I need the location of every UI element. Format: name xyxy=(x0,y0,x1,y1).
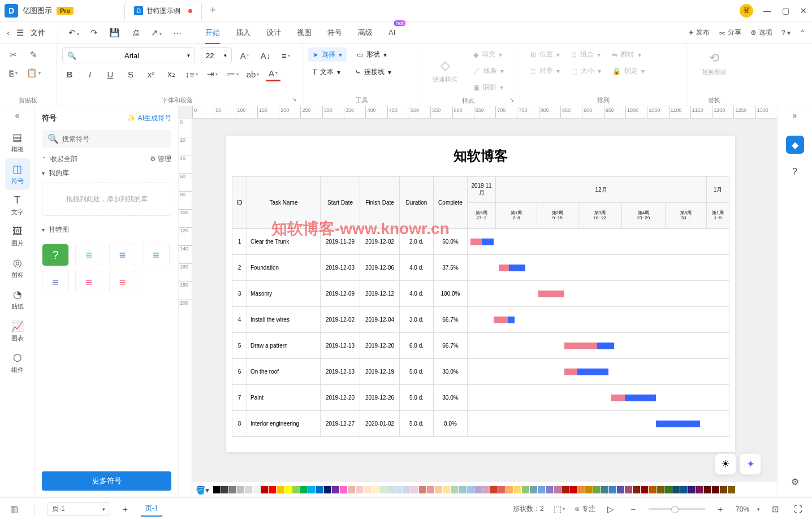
fit-page-icon[interactable]: ⊡ xyxy=(768,502,783,517)
page[interactable]: 知软博客 知软博客-www.knowr.cn IDTask NameStart … xyxy=(226,136,735,452)
color-swatch[interactable] xyxy=(356,486,363,493)
ai-float-button[interactable]: ✦ xyxy=(740,453,761,475)
more-symbols-button[interactable]: 更多符号 xyxy=(42,471,171,491)
main-tab-设计[interactable]: 设计 xyxy=(266,21,281,44)
collapse-ribbon-icon[interactable]: ⌃ xyxy=(800,29,805,37)
main-tab-高级[interactable]: 高级 xyxy=(358,21,373,44)
rail-chart[interactable]: 📈图表 xyxy=(5,315,30,347)
manage-button[interactable]: ⚙ 管理 xyxy=(150,154,171,164)
color-swatch[interactable] xyxy=(221,486,228,493)
gantt-chart[interactable]: IDTask NameStart DateFinish DateDuration… xyxy=(232,176,729,437)
color-swatch[interactable] xyxy=(577,486,585,493)
color-swatch[interactable] xyxy=(284,486,292,493)
text-tool[interactable]: T 文本 ▾ xyxy=(308,65,345,79)
help-pane-icon[interactable]: ? xyxy=(786,163,804,181)
symbol-search-input[interactable] xyxy=(62,135,166,143)
strike-button[interactable]: S xyxy=(123,67,138,81)
color-swatch[interactable] xyxy=(213,486,221,493)
gantt-row[interactable]: 7Paint2019-12-202019-12-265.0 d.30.0% xyxy=(232,385,729,411)
color-swatch[interactable] xyxy=(245,486,252,493)
color-swatch[interactable] xyxy=(546,486,553,493)
flip-button[interactable]: ⇋ 翻转 ▾ xyxy=(607,47,646,62)
gantt-row[interactable]: 5Draw a pattern2019-12-132019-12-206.0 d… xyxy=(232,333,729,359)
gantt-row[interactable]: 6On the roof2019-12-132019-12-195.0 d.30… xyxy=(232,359,729,385)
subscript-button[interactable]: x₂ xyxy=(164,67,179,81)
color-swatch[interactable] xyxy=(395,486,403,493)
list-button[interactable]: ≔ xyxy=(225,67,240,81)
symbol-item[interactable]: ≡ xyxy=(42,271,69,293)
export-button[interactable]: ↗ xyxy=(151,28,162,38)
color-swatch[interactable] xyxy=(656,486,664,493)
lock-button[interactable]: 🔒 锁定 ▾ xyxy=(608,64,649,78)
color-swatch[interactable] xyxy=(720,486,727,493)
color-swatch[interactable] xyxy=(538,486,545,493)
color-swatch[interactable] xyxy=(474,486,482,493)
color-swatch[interactable] xyxy=(522,486,529,493)
library-dropzone[interactable]: 拖拽到此处，添加到我的库 xyxy=(42,183,171,216)
replace-shape-button[interactable]: ⟲替换形状 xyxy=(693,47,735,80)
minimize-button[interactable]: — xyxy=(763,6,771,15)
symbol-item[interactable]: ? xyxy=(42,244,69,266)
my-library-section[interactable]: ▾ 我的库 xyxy=(42,168,171,178)
italic-button[interactable]: I xyxy=(83,67,97,81)
add-tab-button[interactable]: + xyxy=(210,5,216,16)
copy-button[interactable]: ⎘ xyxy=(6,66,20,80)
color-swatch[interactable] xyxy=(253,486,260,493)
gantt-row[interactable]: 4Install the wires2019-12-022019-12-043.… xyxy=(232,307,729,333)
rail-symbol[interactable]: ◫符号 xyxy=(5,158,30,190)
cut-button[interactable]: ✂ xyxy=(6,47,20,62)
layers-icon[interactable]: ⬚ xyxy=(552,502,567,517)
indent-button[interactable]: ⇥ xyxy=(205,67,219,81)
color-swatch[interactable] xyxy=(649,486,656,493)
maximize-button[interactable]: ▢ xyxy=(781,6,789,15)
color-swatch[interactable] xyxy=(688,486,696,493)
print-button[interactable]: 🖨 xyxy=(131,28,140,37)
page-tab[interactable]: 页-1 xyxy=(141,501,163,517)
main-tab-插入[interactable]: 插入 xyxy=(236,21,250,44)
color-swatch[interactable] xyxy=(569,486,577,493)
color-swatch[interactable] xyxy=(372,486,379,493)
fill-button[interactable]: ◆ 填充 ▾ xyxy=(469,47,508,62)
color-swatch[interactable] xyxy=(340,486,347,493)
light-mode-button[interactable]: ☀ xyxy=(715,453,736,475)
paint-bucket-icon[interactable]: 🪣▾ xyxy=(196,486,209,495)
undo-button[interactable]: ↶ xyxy=(68,28,79,38)
gantt-row[interactable]: 3Masonry2019-12-092019-12-124.0 d.100.0% xyxy=(232,281,729,307)
gantt-row[interactable]: 1Clear the Trunk2019-11-292019-12-022.0 … xyxy=(232,229,729,255)
page-selector[interactable]: 页-1 ▾ xyxy=(47,502,110,515)
color-swatch[interactable] xyxy=(435,486,442,493)
color-swatch[interactable] xyxy=(348,486,355,493)
color-swatch[interactable] xyxy=(459,486,466,493)
color-swatch[interactable] xyxy=(482,486,490,493)
color-swatch[interactable] xyxy=(633,486,640,493)
main-tab-AI[interactable]: AIhot xyxy=(388,21,395,44)
focus-button[interactable]: ⊙ 专注 xyxy=(575,504,595,514)
login-badge[interactable]: 登 xyxy=(740,4,753,18)
symbol-item[interactable]: ≡ xyxy=(75,271,102,293)
file-menu[interactable]: 文件 xyxy=(31,28,45,38)
close-button[interactable]: ✕ xyxy=(800,6,807,15)
select-tool[interactable]: ➤ 选择 ▾ xyxy=(308,47,347,62)
color-swatch[interactable] xyxy=(514,486,521,493)
color-swatch[interactable] xyxy=(308,486,316,493)
color-swatch[interactable] xyxy=(506,486,513,493)
color-swatch[interactable] xyxy=(300,486,308,493)
rail-icon[interactable]: ◎图标 xyxy=(5,252,30,284)
canvas[interactable]: 知软博客 知软博客-www.knowr.cn IDTask NameStart … xyxy=(192,119,777,482)
nav-back-icon[interactable]: ‹ xyxy=(7,28,10,37)
color-swatch[interactable] xyxy=(641,486,648,493)
color-swatch[interactable] xyxy=(451,486,458,493)
rail-sticker[interactable]: ◔贴纸 xyxy=(5,284,30,315)
save-button[interactable]: 💾 xyxy=(109,28,120,38)
paste-button[interactable]: 📋 xyxy=(26,66,41,80)
color-swatch[interactable] xyxy=(712,486,719,493)
symbol-item[interactable]: ≡ xyxy=(142,244,170,266)
zoom-in-button[interactable]: + xyxy=(713,502,728,517)
menu-icon[interactable]: ☰ xyxy=(16,28,24,38)
color-swatch[interactable] xyxy=(467,486,474,493)
color-swatch[interactable] xyxy=(680,486,688,493)
align-button[interactable]: ≣ 对齐 ▾ xyxy=(526,64,564,78)
color-swatch[interactable] xyxy=(562,486,569,493)
symbol-search[interactable]: 🔍 xyxy=(42,130,171,148)
gantt-row[interactable]: 2Foundation2019-12-032019-12-064.0 d.37.… xyxy=(232,255,729,281)
